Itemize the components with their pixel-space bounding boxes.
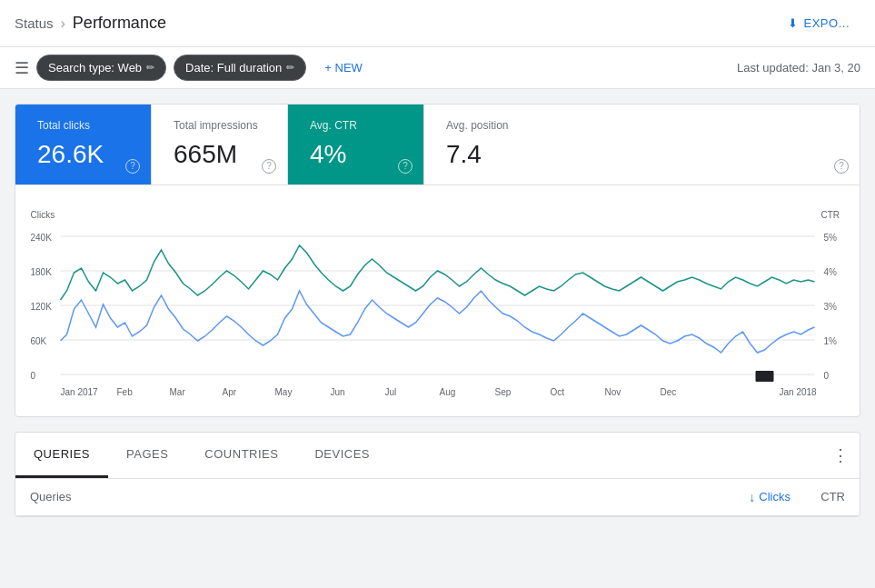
svg-text:240K: 240K <box>31 233 53 243</box>
help-icon-impressions[interactable]: ? <box>262 159 276 174</box>
page-title: Performance <box>73 14 166 33</box>
svg-text:4%: 4% <box>824 267 838 277</box>
clicks-label: Clicks <box>759 490 790 503</box>
metric-tile-total-clicks[interactable]: Total clicks 26.6K ? <box>15 105 152 184</box>
col-header-queries: Queries <box>30 490 718 504</box>
help-icon-position[interactable]: ? <box>834 159 849 174</box>
table-header: Queries ↓ Clicks CTR <box>15 479 860 516</box>
filter-bar: ☰ Search type: Web ✏ Date: Full duration… <box>0 47 875 89</box>
svg-text:Mar: Mar <box>170 387 186 397</box>
help-icon-clicks[interactable]: ? <box>125 159 140 174</box>
date-label: Date: Full duration <box>185 61 282 75</box>
svg-text:Apr: Apr <box>223 387 237 397</box>
svg-text:Nov: Nov <box>605 387 621 397</box>
date-edit-icon: ✏ <box>286 62 294 74</box>
svg-text:0: 0 <box>31 371 36 381</box>
metric-value-clicks: 26.6K <box>37 139 129 170</box>
svg-text:Feb: Feb <box>117 387 134 397</box>
export-button[interactable]: ⬇ EXPO... <box>777 11 860 35</box>
svg-text:Jan 2018: Jan 2018 <box>780 387 818 397</box>
svg-text:Sep: Sep <box>495 387 512 397</box>
status-link[interactable]: Status <box>15 15 54 31</box>
svg-text:May: May <box>275 387 293 397</box>
svg-text:60K: 60K <box>31 336 47 346</box>
metric-label-impressions: Total impressions <box>174 119 265 132</box>
metric-label-ctr: Avg. CTR <box>310 119 402 132</box>
metric-value-impressions: 665M <box>174 139 265 170</box>
metric-tile-impressions[interactable]: Total impressions 665M ? <box>152 105 288 184</box>
svg-text:Aug: Aug <box>440 387 456 397</box>
header: Status › Performance ⬇ EXPO... <box>0 0 875 47</box>
svg-text:3%: 3% <box>824 302 838 312</box>
metrics-card: Total clicks 26.6K ? Total impressions 6… <box>15 104 860 417</box>
svg-text:1%: 1% <box>824 336 838 346</box>
col-header-ctr: CTR <box>790 490 845 504</box>
svg-text:Jun: Jun <box>331 387 345 397</box>
svg-rect-17 <box>756 371 774 382</box>
sort-arrow-icon: ↓ <box>749 490 755 504</box>
col-header-clicks: ↓ Clicks <box>718 490 790 504</box>
export-icon: ⬇ <box>788 16 799 30</box>
performance-chart: Clicks 240K 180K 120K 60K 0 CTR 5% 4% 3%… <box>23 200 852 409</box>
tab-pages[interactable]: PAGES <box>108 433 186 478</box>
new-button[interactable]: + NEW <box>313 55 373 80</box>
date-filter[interactable]: Date: Full duration ✏ <box>174 55 306 81</box>
edit-icon: ✏ <box>146 62 154 74</box>
tab-devices[interactable]: DEVICES <box>296 433 388 478</box>
metric-tile-position[interactable]: Avg. position 7.4 ? <box>424 105 860 184</box>
svg-text:120K: 120K <box>31 302 53 312</box>
svg-text:0: 0 <box>824 371 830 381</box>
svg-text:Jul: Jul <box>385 387 397 397</box>
svg-text:180K: 180K <box>31 267 53 277</box>
svg-text:Oct: Oct <box>551 387 565 397</box>
metric-value-position: 7.4 <box>446 139 838 170</box>
breadcrumb: Status › Performance <box>15 14 166 33</box>
metric-tile-ctr[interactable]: Avg. CTR 4% ? <box>288 105 424 184</box>
search-type-filter[interactable]: Search type: Web ✏ <box>36 55 166 81</box>
metric-value-ctr: 4% <box>310 139 402 170</box>
new-label: + NEW <box>324 61 363 75</box>
last-updated: Last updated: Jan 3, 20 <box>737 61 860 75</box>
metric-label-clicks: Total clicks <box>37 119 129 132</box>
main-content: Total clicks 26.6K ? Total impressions 6… <box>0 89 875 532</box>
chart-area: Clicks 240K 180K 120K 60K 0 CTR 5% 4% 3%… <box>15 185 860 416</box>
help-icon-ctr[interactable]: ? <box>398 159 413 174</box>
metric-label-position: Avg. position <box>446 119 838 132</box>
table-section: QUERIES PAGES COUNTRIES DEVICES ⋮ Querie… <box>15 432 860 517</box>
more-options-button[interactable]: ⋮ <box>821 438 860 473</box>
filter-icon[interactable]: ☰ <box>15 58 29 78</box>
svg-text:CTR: CTR <box>821 210 840 220</box>
svg-text:Clicks: Clicks <box>31 210 55 220</box>
export-label: EXPO... <box>804 16 850 30</box>
breadcrumb-chevron: › <box>61 15 65 32</box>
tab-queries[interactable]: QUERIES <box>15 433 108 478</box>
svg-text:Dec: Dec <box>661 387 677 397</box>
search-type-label: Search type: Web <box>48 61 142 75</box>
table-tabs: QUERIES PAGES COUNTRIES DEVICES ⋮ <box>15 433 860 479</box>
tab-countries[interactable]: COUNTRIES <box>186 433 296 478</box>
metric-tiles: Total clicks 26.6K ? Total impressions 6… <box>15 105 860 185</box>
svg-text:Jan 2017: Jan 2017 <box>61 387 99 397</box>
svg-text:5%: 5% <box>824 233 838 243</box>
